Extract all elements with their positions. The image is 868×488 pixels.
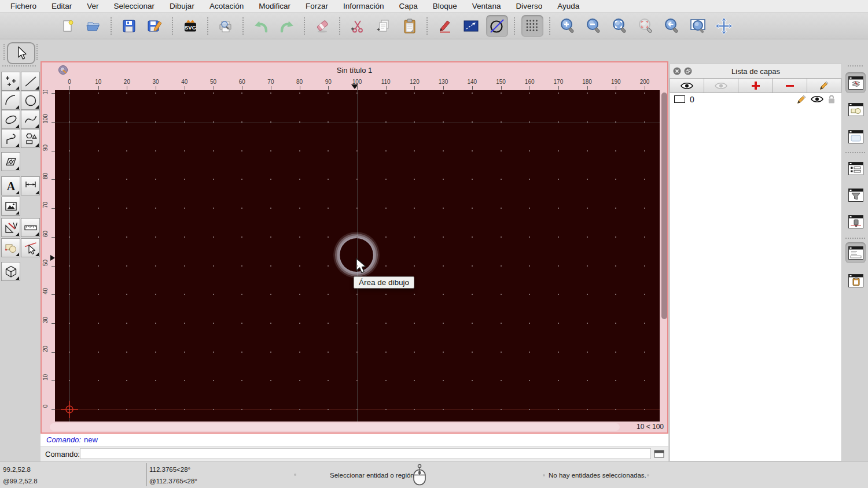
- pen-attributes-button[interactable]: [434, 15, 456, 37]
- command-input[interactable]: [80, 448, 651, 459]
- scissors-icon: [350, 19, 365, 34]
- layer-lock-icon[interactable]: [827, 94, 836, 104]
- edit-layer-button[interactable]: [807, 78, 841, 93]
- print-preview-button[interactable]: [215, 15, 237, 37]
- layer-edit-pencil-icon[interactable]: [796, 94, 807, 105]
- grid-dot: [644, 409, 645, 410]
- menu-item-10[interactable]: Capa: [399, 2, 418, 10]
- image-tool-button[interactable]: [1, 197, 20, 216]
- vertical-scrollbar[interactable]: [661, 90, 668, 422]
- menu-item-8[interactable]: Forzar: [306, 2, 328, 10]
- show-all-layers-button[interactable]: [670, 78, 704, 93]
- drawing-canvas[interactable]: Área de dibujo: [55, 90, 660, 422]
- layer-panel-header[interactable]: Lista de capas: [670, 64, 841, 79]
- vertical-scrollbar-thumb[interactable]: [661, 93, 667, 319]
- menu-item-3[interactable]: Ver: [87, 2, 98, 10]
- menu-item-4[interactable]: Seleccionar: [114, 2, 155, 10]
- grid-dot: [126, 352, 127, 353]
- selection-tool-button[interactable]: [7, 42, 35, 64]
- shape-tool-button[interactable]: [21, 129, 40, 148]
- float-panel-icon[interactable]: [684, 67, 692, 75]
- dock-handle[interactable]: [36, 44, 38, 60]
- layer-row[interactable]: 0: [670, 93, 841, 105]
- zoom-previous-button[interactable]: [661, 15, 683, 37]
- paste-button[interactable]: [399, 15, 421, 37]
- text-tool-button[interactable]: A: [1, 176, 20, 195]
- hatch-tool-button[interactable]: [1, 152, 20, 171]
- grid-dot: [587, 265, 588, 267]
- dock-pen-palette-toggle[interactable]: [845, 211, 866, 232]
- document-title-bar[interactable]: Sin título 1: [42, 62, 667, 77]
- add-layer-button[interactable]: [738, 78, 773, 93]
- menu-item-1[interactable]: Fichero: [10, 2, 36, 10]
- modify-tool-button[interactable]: [1, 218, 20, 237]
- dock-filter-toggle[interactable]: [845, 184, 866, 205]
- menu-item-12[interactable]: Ventana: [472, 2, 501, 10]
- polyline-tool-button[interactable]: [1, 129, 20, 148]
- h-ruler-tick: [300, 86, 300, 90]
- toolbar-separator: [207, 17, 208, 35]
- layer-visibility-eye-icon[interactable]: [811, 95, 823, 103]
- layer-color-swatch[interactable]: [674, 95, 685, 103]
- grid-dot: [98, 179, 99, 180]
- undo-button[interactable]: [250, 15, 272, 37]
- hide-all-layers-button[interactable]: [704, 78, 738, 93]
- grid-dot: [644, 323, 645, 324]
- measure-tool-button[interactable]: [21, 218, 40, 237]
- menu-item-13[interactable]: Diverso: [516, 2, 542, 10]
- menu-item-5[interactable]: Dibujar: [170, 2, 194, 10]
- select-entities-tool-button[interactable]: [21, 238, 40, 257]
- redo-button[interactable]: [276, 15, 298, 37]
- dock-command-toggle[interactable]: [845, 242, 866, 263]
- svg-export-button[interactable]: SVG: [179, 15, 201, 37]
- zoom-selected-button[interactable]: [635, 15, 657, 37]
- horizontal-scrollbar-thumb[interactable]: [50, 423, 620, 431]
- delete-button[interactable]: [311, 15, 333, 37]
- cut-button[interactable]: [347, 15, 369, 37]
- arc-tool-button[interactable]: [1, 91, 20, 110]
- grid-toggle-button[interactable]: [521, 15, 543, 37]
- zoom-window-button[interactable]: [687, 15, 709, 37]
- dock-handle[interactable]: [2, 65, 36, 66]
- dock-entity-list-toggle[interactable]: [845, 158, 866, 179]
- dock-handle[interactable]: [3, 44, 5, 60]
- save-as-button[interactable]: [144, 15, 166, 37]
- zoom-auto-button[interactable]: [609, 15, 631, 37]
- dock-handle[interactable]: [848, 65, 863, 66]
- circle-tool-button[interactable]: [21, 91, 40, 110]
- new-file-button[interactable]: [57, 15, 79, 37]
- statusbar-dot: [543, 474, 545, 476]
- menu-item-2[interactable]: Editar: [52, 2, 72, 10]
- construction-mode-button[interactable]: [486, 15, 508, 37]
- grid-dot: [299, 265, 300, 267]
- command-window-toggle-button[interactable]: [653, 449, 665, 459]
- menu-item-6[interactable]: Acotación: [209, 2, 244, 10]
- save-button[interactable]: [118, 15, 140, 37]
- grid-dot: [558, 179, 559, 180]
- line-attributes-button[interactable]: [460, 15, 482, 37]
- grid-dot: [270, 294, 271, 295]
- menu-item-7[interactable]: Modificar: [259, 2, 290, 10]
- zoom-out-button[interactable]: [583, 15, 605, 37]
- dock-layer-list-toggle[interactable]: [845, 72, 866, 93]
- close-icon[interactable]: [673, 67, 681, 75]
- zoom-pan-button[interactable]: [713, 15, 735, 37]
- grid-dot: [126, 121, 127, 123]
- spline-tool-button[interactable]: [21, 110, 40, 129]
- menu-item-14[interactable]: Ayuda: [557, 2, 579, 10]
- menu-item-11[interactable]: Bloque: [433, 2, 457, 10]
- zoom-in-button[interactable]: [557, 15, 579, 37]
- ellipse-tool-button[interactable]: [1, 110, 20, 129]
- menu-item-9[interactable]: Información: [343, 2, 384, 10]
- remove-layer-button[interactable]: [773, 78, 807, 93]
- dock-library-toggle[interactable]: [845, 126, 866, 147]
- line-tool-button[interactable]: [21, 72, 40, 91]
- dimension-tool-button[interactable]: [21, 176, 40, 195]
- dock-clipboard-toggle[interactable]: [845, 270, 866, 291]
- info-tool-button[interactable]: [1, 238, 20, 257]
- copy-button[interactable]: [373, 15, 395, 37]
- solid-tool-button[interactable]: [1, 262, 20, 281]
- dock-block-list-toggle[interactable]: [845, 99, 866, 120]
- open-file-button[interactable]: [83, 15, 105, 37]
- points-tool-button[interactable]: [1, 72, 20, 91]
